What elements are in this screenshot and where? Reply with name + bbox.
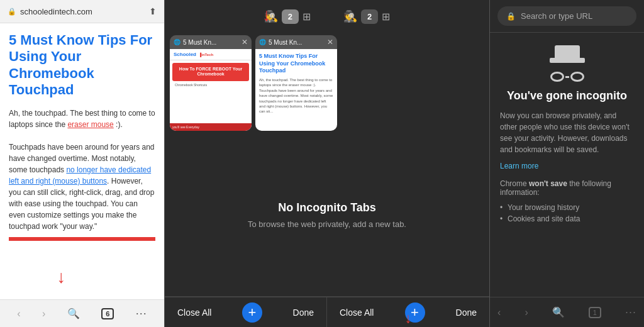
learn-more-link[interactable]: Learn more — [500, 162, 634, 170]
done-button-incognito[interactable]: Done — [456, 308, 477, 318]
tab-count-badge[interactable]: 6 — [101, 308, 114, 319]
thumb-red-box-1: How To FORCE REBOOT Your Chromebook — [172, 63, 249, 81]
normal-tab-count[interactable]: 2 — [282, 9, 299, 24]
done-button-normal[interactable]: Done — [293, 308, 314, 318]
tab-card-2[interactable]: 🌐 5 Must Kn... ✕ 5 Must Know Tips For Us… — [255, 35, 337, 131]
tab-thumbnail-1: Schooled ▐inTech How To FORCE REBOOT You… — [170, 49, 252, 131]
close-all-normal[interactable]: Close All — [177, 308, 211, 318]
spy-icon-normal[interactable]: 🕵 — [264, 9, 278, 23]
thumb-body-2: Ah, the touchpad. The best thing to come… — [259, 77, 333, 114]
tab-favicon-1: 🌐 — [174, 39, 180, 45]
search-button[interactable]: 🔍 — [67, 308, 80, 319]
wont-save-bold: won't save — [529, 179, 567, 188]
grid-icon-incognito[interactable]: ⊞ — [382, 11, 390, 23]
search-placeholder: Search or type URL — [521, 11, 592, 21]
eraser-mouse-link[interactable]: eraser mouse — [67, 120, 113, 129]
thumb-logo-1: Schooled ▐inTech — [170, 49, 252, 60]
right-bottom-bar: ‹ › 🔍 1 ··· — [490, 297, 644, 327]
incognito-description: Now you can browse privately, and other … — [500, 110, 634, 155]
glasses-bridge — [565, 76, 569, 78]
body-link1-suffix: :). — [114, 120, 123, 129]
search-icon-small: 🔒 — [506, 12, 516, 21]
back-button[interactable]: ‹ — [17, 308, 20, 319]
normal-tabs-group: 🕵 2 ⊞ — [264, 9, 311, 24]
grid-icon-normal[interactable]: ⊞ — [303, 11, 311, 23]
page-content: 5 Must Know Tips For Using Your Chromebo… — [0, 23, 164, 299]
add-tab-button-incognito[interactable]: + — [405, 302, 425, 323]
thumb-box-title-1: How To FORCE REBOOT Your Chromebook — [175, 67, 247, 77]
glass-right — [570, 72, 584, 82]
tab-header-2: 🌐 5 Must Kn... ✕ — [255, 35, 337, 49]
middle-dual-bottom: Close All + Done Close All + Done ↑ — [165, 296, 489, 327]
search-box[interactable]: 🔒 Search or type URL — [497, 6, 636, 26]
right-top-bar: 🔒 Search or type URL — [490, 0, 644, 33]
page-title: 5 Must Know Tips For Using Your Chromebo… — [9, 32, 155, 99]
wont-save-intro: Chrome — [500, 179, 529, 188]
middle-browser-panel: ↓ 🕵 2 ⊞ 🕵 2 ⊞ 🌐 5 Must Kn... ✕ Schooled — [165, 0, 490, 327]
thumb-logo-sub-1: ▐inTech — [199, 53, 213, 57]
thumb-logo-text-1: Schooled — [174, 52, 196, 57]
incognito-icon-area — [500, 45, 634, 82]
no-incognito-subtitle: To browse the web privately, add a new t… — [248, 219, 406, 229]
tab-close-1[interactable]: ✕ — [242, 38, 248, 46]
incognito-list-item-2: Cookies and site data — [500, 213, 634, 224]
tab-thumbnail-2: 5 Must Know Tips For Using Your Chromebo… — [255, 49, 337, 131]
left-bottom-bar: ‹ › 🔍 6 ··· — [0, 299, 164, 327]
tabs-container: 🌐 5 Must Kn... ✕ Schooled ▐inTech How To… — [165, 33, 489, 133]
thumb-content-2: 5 Must Know Tips For Using Your Chromebo… — [255, 49, 337, 131]
close-all-incognito[interactable]: Close All — [340, 308, 374, 318]
hat-top — [555, 45, 580, 58]
spy-icon-incognito[interactable]: 🕵 — [343, 9, 357, 23]
glass-left — [550, 72, 564, 82]
url-display: schooledintech.com — [20, 7, 145, 16]
right-tab-badge[interactable]: 1 — [589, 307, 601, 318]
thumb-strip-1: you'll see Everyday — [170, 123, 252, 131]
forward-button[interactable]: › — [42, 308, 45, 319]
tab-header-1: 🌐 5 Must Kn... ✕ — [170, 35, 252, 49]
left-browser-panel: 🔒 schooledintech.com ⬆ 5 Must Know Tips … — [0, 0, 165, 327]
right-browser-panel: 🔒 Search or type URL You've gone incogni… — [490, 0, 644, 327]
strip-text-1: you'll see Everyday — [172, 125, 199, 129]
incognito-title: You've gone incognito — [500, 89, 634, 103]
address-bar[interactable]: 🔒 schooledintech.com ⬆ — [0, 0, 164, 23]
incognito-bottom-bar: Close All + Done ↑ — [327, 297, 489, 327]
right-forward-button[interactable]: › — [525, 307, 528, 318]
thumb-img-1: How To FORCE REBOOT Your Chromebook Chro… — [170, 60, 252, 123]
page-body: Ah, the touchpad. The best thing to come… — [9, 108, 155, 232]
incognito-list-item-1: Your browsing history — [500, 202, 634, 213]
incognito-tabs-group: 🕵 2 ⊞ — [343, 9, 390, 24]
tab-title-1: 5 Must Kn... — [183, 39, 239, 46]
right-more-button[interactable]: ··· — [625, 306, 636, 319]
tab-title-2: 5 Must Kn... — [269, 39, 325, 46]
incognito-content: You've gone incognito Now you can browse… — [490, 33, 644, 297]
tab-card-1[interactable]: 🌐 5 Must Kn... ✕ Schooled ▐inTech How To… — [170, 35, 252, 131]
more-options-button[interactable]: ··· — [136, 307, 147, 320]
incognito-items-list: Your browsing history Cookies and site d… — [500, 202, 634, 224]
incognito-hat-icon — [550, 45, 585, 63]
thumb-title-text-2: 5 Must Know Tips For Using Your Chromebo… — [259, 53, 333, 75]
normal-bottom-bar: Close All + Done — [165, 297, 327, 327]
share-icon[interactable]: ⬆ — [149, 6, 157, 16]
tab-favicon-2: 🌐 — [259, 39, 266, 45]
add-tab-button-normal[interactable]: + — [242, 302, 262, 323]
right-search-button[interactable]: 🔍 — [552, 306, 565, 318]
glasses-icon — [500, 72, 634, 82]
thumb-text-1: Chromebook Shortcuts — [172, 81, 249, 89]
lock-icon: 🔒 — [8, 8, 16, 16]
wont-save-text: Chrome won't save the following informat… — [500, 179, 634, 197]
middle-toolbar: 🕵 2 ⊞ 🕵 2 ⊞ — [165, 0, 489, 33]
no-incognito-info: No Incognito Tabs To browse the web priv… — [165, 133, 489, 296]
hat-brim — [550, 58, 585, 63]
no-incognito-title: No Incognito Tabs — [278, 201, 376, 214]
right-back-button[interactable]: ‹ — [497, 307, 501, 318]
tab-close-2[interactable]: ✕ — [327, 38, 333, 46]
red-banner — [9, 237, 155, 241]
incognito-tab-count[interactable]: 2 — [361, 9, 378, 24]
